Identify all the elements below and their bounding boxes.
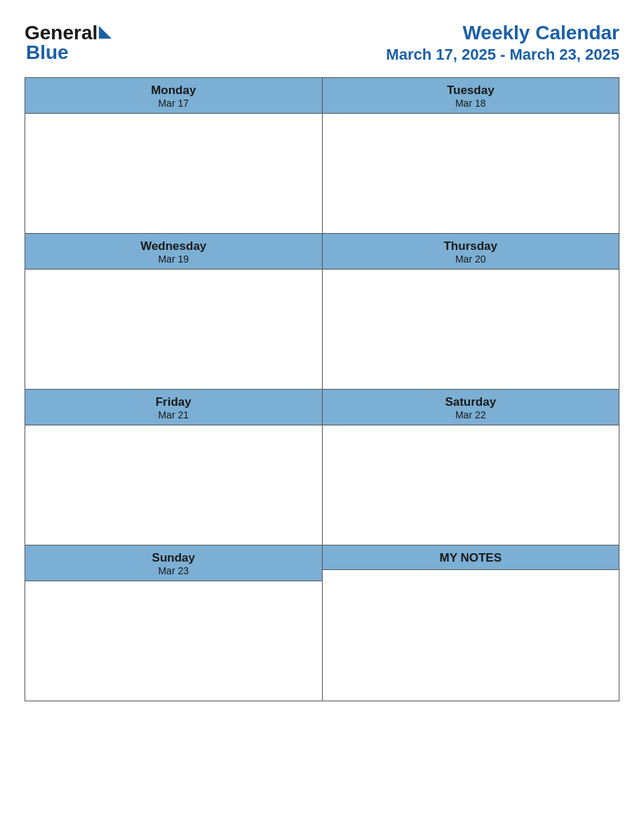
thursday-date: Mar 20 xyxy=(326,253,616,265)
notes-header: MY NOTES xyxy=(323,545,619,570)
logo: General Blue xyxy=(25,23,112,62)
sunday-date: Mar 23 xyxy=(29,565,318,576)
monday-body[interactable] xyxy=(25,114,322,233)
monday-date: Mar 17 xyxy=(29,98,318,109)
calendar-date-range: March 17, 2025 - March 23, 2025 xyxy=(386,45,619,65)
saturday-body[interactable] xyxy=(323,425,619,545)
cell-friday: Friday Mar 21 xyxy=(25,390,323,545)
friday-name: Friday xyxy=(29,395,318,409)
logo-general-text: General xyxy=(25,23,98,43)
sunday-body[interactable] xyxy=(25,581,322,701)
page-header: General Blue Weekly Calendar March 17, 2… xyxy=(25,21,619,65)
tuesday-name: Tuesday xyxy=(326,84,616,98)
calendar-row-3: Friday Mar 21 Saturday Mar 22 xyxy=(25,390,619,545)
monday-header: Monday Mar 17 xyxy=(25,78,322,114)
saturday-header: Saturday Mar 22 xyxy=(323,390,619,425)
friday-header: Friday Mar 21 xyxy=(25,390,322,425)
logo-blue-text: Blue xyxy=(26,41,69,63)
calendar-title: Weekly Calendar xyxy=(386,21,619,45)
cell-notes: MY NOTES xyxy=(323,545,619,701)
saturday-date: Mar 22 xyxy=(326,409,616,421)
sunday-name: Sunday xyxy=(29,551,318,565)
wednesday-name: Wednesday xyxy=(29,239,318,253)
cell-tuesday: Tuesday Mar 18 xyxy=(323,78,619,233)
thursday-body[interactable] xyxy=(323,270,619,389)
cell-saturday: Saturday Mar 22 xyxy=(323,390,619,545)
calendar-grid: Monday Mar 17 Tuesday Mar 18 Wednesday M… xyxy=(25,77,619,701)
calendar-row-4: Sunday Mar 23 MY NOTES xyxy=(25,545,619,701)
notes-label: MY NOTES xyxy=(326,551,616,565)
cell-monday: Monday Mar 17 xyxy=(25,78,323,233)
wednesday-header: Wednesday Mar 19 xyxy=(25,234,322,270)
cell-sunday: Sunday Mar 23 xyxy=(25,545,323,701)
tuesday-date: Mar 18 xyxy=(326,98,616,109)
wednesday-date: Mar 19 xyxy=(29,253,318,265)
logo-triangle-icon xyxy=(99,26,112,39)
monday-name: Monday xyxy=(29,84,318,98)
saturday-name: Saturday xyxy=(326,395,616,409)
tuesday-body[interactable] xyxy=(323,114,619,233)
sunday-header: Sunday Mar 23 xyxy=(25,545,322,581)
cell-thursday: Thursday Mar 20 xyxy=(323,234,619,389)
calendar-row-1: Monday Mar 17 Tuesday Mar 18 xyxy=(25,78,619,234)
thursday-name: Thursday xyxy=(326,239,616,253)
friday-body[interactable] xyxy=(25,425,322,545)
thursday-header: Thursday Mar 20 xyxy=(323,234,619,270)
calendar-row-2: Wednesday Mar 19 Thursday Mar 20 xyxy=(25,234,619,390)
tuesday-header: Tuesday Mar 18 xyxy=(323,78,619,114)
friday-date: Mar 21 xyxy=(29,409,318,421)
title-block: Weekly Calendar March 17, 2025 - March 2… xyxy=(386,21,619,65)
cell-wednesday: Wednesday Mar 19 xyxy=(25,234,323,389)
wednesday-body[interactable] xyxy=(25,270,322,389)
notes-body[interactable] xyxy=(323,570,619,689)
